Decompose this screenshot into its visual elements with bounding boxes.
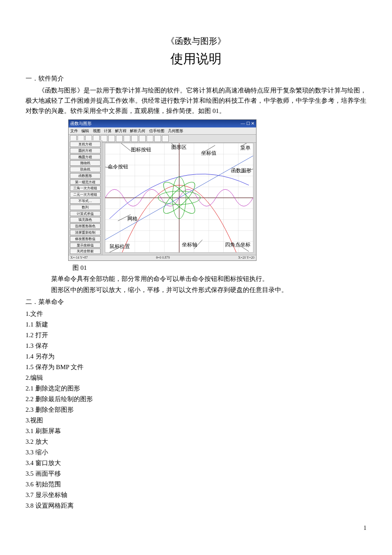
menu-item-line: 2.2 删除最后绘制的图形: [26, 394, 366, 404]
callout-toolbar-icon: 图标按钮: [131, 146, 151, 154]
cmd-button: 关闭全部窗: [70, 249, 101, 254]
figure-01: 函数与图形 — ☐ ✕ 文件 编辑 视图 计算 解方程 解析几何 信手绘图 几何…: [68, 119, 366, 261]
menu-section: 1.文件: [26, 309, 366, 319]
cmd-button: 直线方程: [70, 142, 101, 147]
cmd-button: 圆的方程: [70, 148, 101, 153]
cmd-button: 双曲线: [70, 167, 101, 172]
doc-title-small: 《函数与图形》: [26, 34, 366, 48]
figure-caption: 图 01: [72, 263, 366, 273]
menu-item-line: 3.4 窗口放大: [26, 458, 366, 468]
after-fig-para1: 菜单命令具有全部功能，部分常用的命令可以单击命令按钮和图标按钮执行。: [51, 274, 366, 284]
status-bar: X=-14 Y=87 θ=0 0.879 X=20 Y=20: [69, 255, 256, 260]
cmd-button: 数列: [70, 205, 101, 210]
callout-grid: 网格: [127, 215, 138, 223]
menu-item-line: 3.2 放大: [26, 436, 366, 447]
page-number: 1: [26, 523, 366, 533]
app-menubar: 文件 编辑 视图 计算 解方程 解析几何 信手绘图 几何图形: [69, 127, 256, 135]
menu-item-line: 2.1 删除选定的图形: [26, 383, 366, 393]
menu-item: 解析几何: [130, 129, 145, 133]
menu-item: 计算: [104, 129, 112, 133]
cmd-button: 三角一次方程组: [70, 185, 101, 191]
menu-item-line: 1.2 打开: [26, 330, 366, 340]
menu-item: 文件: [70, 129, 78, 133]
callout-corner-coord: 四角点坐标: [225, 241, 251, 249]
doc-title-large: 使用说明: [26, 49, 366, 69]
screenshot-app: 函数与图形 — ☐ ✕ 文件 编辑 视图 计算 解方程 解析几何 信手绘图 几何…: [68, 119, 257, 261]
callout-axis: 坐标轴: [182, 241, 197, 249]
menu-item-line: 3.5 画面平移: [26, 468, 366, 479]
status-right: X=20 Y=20: [238, 255, 254, 260]
cmd-button: 清屏重新绘制: [70, 230, 101, 235]
app-titlebar: 函数与图形 — ☐ ✕: [69, 120, 256, 127]
window-controls: — ☐ ✕: [241, 120, 254, 127]
cmd-button: 计算式求值: [70, 211, 101, 217]
section2-heading: 二．菜单命令: [26, 297, 366, 307]
cmd-button: 二元一次方程组: [70, 192, 101, 197]
plot-area: 图标按钮 图形区 坐标值 菜单 命令按钮 函数图形 网格 鼠标位置 坐标轴 四角…: [105, 143, 254, 253]
section1-para: 《函数与图形》是一款用于数学计算与绘图的软件。它将计算机的高速准确特点应用于复杂…: [26, 85, 366, 116]
menu-item-line: 1.5 保存为 BMP 文件: [26, 362, 366, 372]
menu-item: 几何图形: [168, 129, 183, 133]
cmd-button: 选择图形颜色: [70, 223, 101, 229]
cmd-button: 第一规范方程: [70, 179, 101, 185]
callout-func-graph: 函数图形: [231, 167, 251, 175]
cmd-button: 抛物线: [70, 160, 101, 166]
menu-item-line: 2.3 删除全部图形: [26, 405, 366, 415]
menu-item: 编辑: [81, 129, 89, 133]
cmd-button: 不等式…: [70, 198, 101, 204]
menu-item-line: 3.1 刷新屏幕: [26, 426, 366, 436]
cmd-button: 显示坐标值: [70, 243, 101, 248]
cmd-button: 椭圆方程: [70, 154, 101, 160]
menu-section: 3.视图: [26, 415, 366, 425]
menu-item-line: 3.3 缩小: [26, 447, 366, 457]
menu-item: 解方程: [115, 129, 127, 133]
section1-heading: 一．软件简介: [26, 73, 366, 84]
after-fig-para2: 图形区中的图形可以放大，缩小，平移，并可以文件形式保存到硬盘的任意目录中。: [51, 285, 366, 295]
menu-item-line: 3.8 设置网格距离: [26, 500, 366, 511]
cmd-button: 填充颜色: [70, 217, 101, 223]
status-left: X=-14 Y=87: [70, 255, 88, 260]
cmd-button: 函数图形: [70, 173, 101, 179]
callout-cmd-button: 命令按钮: [108, 163, 128, 171]
menu-item-line: 1.1 新建: [26, 319, 366, 330]
menu-item-line: 1.4 另存为: [26, 351, 366, 361]
status-mid: θ=0 0.879: [156, 255, 170, 260]
menu-item-line: 3.7 显示坐标轴: [26, 490, 366, 500]
app-title-text: 函数与图形: [70, 120, 92, 127]
menu-section: 2.编辑: [26, 373, 366, 383]
callout-mouse-pos: 鼠标位置: [110, 243, 130, 251]
callout-plot-area: 图形区: [171, 143, 187, 151]
command-panel: 直线方程 圆的方程 椭圆方程 抛物线 双曲线 函数图形 第一规范方程 三角一次方…: [69, 140, 102, 255]
callout-coord-value: 坐标值: [201, 149, 216, 157]
menu-item: 视图: [93, 129, 101, 133]
menu-item-line: 3.6 初始范围: [26, 479, 366, 489]
cmd-button: 修改图形数值: [70, 236, 101, 242]
callout-menu: 菜单: [240, 144, 251, 152]
menu-item-line: 1.3 保存: [26, 341, 366, 351]
svg-line-29: [118, 143, 131, 151]
menu-item: 信手绘图: [149, 129, 164, 133]
